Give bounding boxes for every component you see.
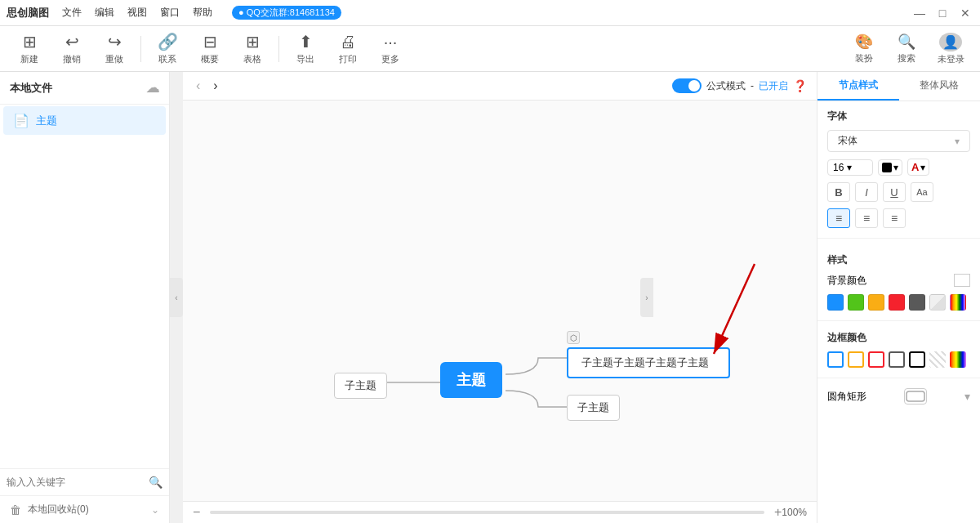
svg-rect-2	[906, 391, 924, 401]
underline-button[interactable]: U	[883, 182, 906, 202]
connect-button[interactable]: 🔗 联系	[148, 29, 187, 69]
align-right-button[interactable]: ≡	[883, 208, 906, 228]
export-label: 导出	[296, 53, 314, 65]
highlight-color-button[interactable]: A ▾	[907, 159, 929, 176]
tab-overall-style[interactable]: 整体风格	[899, 72, 981, 101]
bg-swatch-red[interactable]	[889, 294, 905, 311]
new-button[interactable]: ⊞ 新建	[10, 29, 49, 69]
help-icon[interactable]: ❓	[793, 79, 807, 92]
svg-line-1	[714, 264, 755, 354]
menu-help[interactable]: 帮助	[193, 6, 212, 20]
cloud-icon[interactable]: ☁	[146, 80, 159, 96]
main-node[interactable]: 主题	[440, 362, 502, 398]
bg-swatch-green[interactable]	[848, 294, 864, 311]
right-panel: 节点样式 整体风格 字体 宋体 ▾ 16 ▾ ▾ A ▾ B I	[817, 72, 980, 523]
left-child-node[interactable]: 子主题	[334, 373, 387, 399]
border-swatch-dark[interactable]	[889, 351, 905, 368]
undo-icon: ↩	[65, 32, 79, 51]
undo-button[interactable]: ↩ 撤销	[52, 29, 91, 69]
sidebar-search: 🔍	[0, 468, 169, 495]
top-child-node[interactable]: 子主题子主题子主题子主题	[567, 347, 730, 378]
canvas-scrollbar[interactable]	[210, 511, 764, 514]
sidebar-item-theme[interactable]: 📄 主题	[3, 106, 166, 135]
zoom-out-button[interactable]: −	[193, 505, 200, 520]
redo-button[interactable]: ↪ 重做	[95, 29, 134, 69]
bg-swatch-yellow[interactable]	[868, 294, 884, 311]
more-label: 更多	[381, 53, 399, 65]
right-panel-toggle[interactable]: ›	[640, 278, 653, 317]
nav-next-button[interactable]: ›	[210, 77, 220, 95]
print-icon: 🖨	[340, 33, 356, 51]
search-button[interactable]: 🔍 搜索	[889, 29, 924, 69]
bg-swatch-blue[interactable]	[827, 294, 844, 311]
mind-canvas[interactable]: ⬡ 主题 子主题 子主题子主题子主题子主题 子主题	[183, 101, 817, 522]
tab-node-style[interactable]: 节点样式	[817, 72, 899, 101]
bg-swatch-none[interactable]	[929, 294, 946, 311]
main-layout: 本地文件 ☁ 📄 主题 🔍 🗑 本地回收站(0) ⌄ ‹ ‹ › 公式模式	[0, 72, 980, 523]
nav-prev-button[interactable]: ‹	[193, 77, 203, 95]
search-icon: 🔍	[898, 33, 915, 51]
trash-button[interactable]: 🗑 本地回收站(0) ⌄	[0, 495, 169, 523]
skin-button[interactable]: 🎨 装扮	[846, 29, 882, 69]
sidebar-collapse-button[interactable]: ‹	[170, 278, 183, 317]
bg-color-swatches	[817, 291, 980, 314]
qq-badge: ● QQ交流群:814681134	[232, 6, 341, 20]
menu-edit[interactable]: 编辑	[95, 6, 114, 20]
italic-button[interactable]: I	[855, 182, 878, 202]
login-label: 未登录	[938, 53, 964, 65]
border-swatch-rainbow[interactable]	[950, 351, 966, 368]
bg-color-none-swatch[interactable]	[954, 274, 970, 287]
border-color-swatches	[817, 348, 980, 371]
sidebar-title: 本地文件	[10, 81, 52, 96]
shape-chevron[interactable]: ▾	[964, 390, 970, 403]
bottom-child-node[interactable]: 子主题	[567, 395, 620, 421]
export-button[interactable]: ⬆ 导出	[286, 29, 325, 69]
skin-icon: 🎨	[855, 33, 873, 51]
font-size-chevron: ▾	[847, 162, 852, 173]
sidebar-header: 本地文件 ☁	[0, 72, 169, 105]
table-button[interactable]: ⊞ 表格	[233, 29, 272, 69]
border-swatch-yellow[interactable]	[848, 351, 864, 368]
mind-map-lines	[183, 101, 817, 522]
bg-swatch-dark[interactable]	[909, 294, 925, 311]
right-panel-tabs: 节点样式 整体风格	[817, 72, 980, 101]
menu-view[interactable]: 视图	[127, 6, 147, 20]
node-expand-icon[interactable]: ⬡	[567, 331, 580, 344]
bg-swatch-rainbow[interactable]	[950, 294, 966, 311]
menu-file[interactable]: 文件	[62, 6, 82, 20]
maximize-button[interactable]: □	[934, 5, 951, 21]
toolbar-right: 🎨 装扮 🔍 搜索 👤 未登录	[846, 29, 970, 69]
zoom-in-button[interactable]: +	[774, 505, 782, 520]
close-button[interactable]: ✕	[957, 5, 973, 21]
align-left-button[interactable]: ≡	[827, 208, 850, 228]
align-center-button[interactable]: ≡	[855, 208, 878, 228]
redo-label: 重做	[105, 53, 123, 65]
border-swatch-red[interactable]	[868, 351, 884, 368]
export-icon: ⬆	[299, 32, 313, 51]
strikethrough-button[interactable]: Aa	[911, 182, 933, 202]
formula-label: 公式模式	[706, 79, 746, 93]
summary-button[interactable]: ⊟ 概要	[190, 29, 229, 69]
font-family-select[interactable]: 宋体 ▾	[827, 130, 970, 152]
text-color-dot	[882, 163, 892, 172]
font-size-select[interactable]: 16 ▾	[827, 159, 873, 176]
font-size-row: 16 ▾ ▾ A ▾	[817, 155, 980, 179]
toolbar-sep-2	[278, 36, 279, 62]
minimize-button[interactable]: —	[911, 5, 928, 21]
search-input[interactable]	[7, 476, 149, 488]
bold-button[interactable]: B	[827, 182, 850, 202]
menu-window[interactable]: 窗口	[160, 6, 180, 20]
print-button[interactable]: 🖨 打印	[328, 29, 368, 69]
redo-icon: ↪	[108, 32, 122, 51]
formula-switch[interactable]	[672, 78, 702, 93]
border-swatch-none[interactable]	[929, 351, 946, 368]
border-swatch-blue[interactable]	[827, 351, 844, 368]
login-button[interactable]: 👤 未登录	[931, 29, 970, 69]
more-button[interactable]: ··· 更多	[371, 29, 410, 69]
align-row: ≡ ≡ ≡	[817, 205, 980, 231]
app-logo: 思创脑图	[7, 6, 49, 20]
section-divider-1	[817, 238, 980, 239]
file-name: 主题	[36, 114, 57, 128]
border-swatch-black[interactable]	[909, 351, 925, 368]
text-color-button[interactable]: ▾	[878, 159, 902, 176]
